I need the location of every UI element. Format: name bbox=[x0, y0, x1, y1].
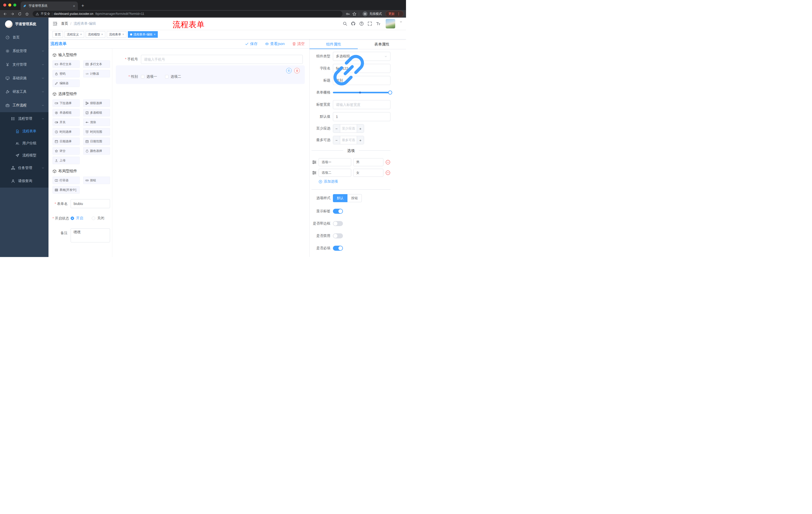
tag-process-form-edit[interactable]: 流程表单-编辑 × bbox=[128, 31, 158, 38]
canvas-field-gender-selected[interactable]: 性别 选项一 选项二 bbox=[116, 65, 305, 84]
canvas-field-phone[interactable]: 手机号 bbox=[116, 55, 305, 64]
help-icon[interactable] bbox=[359, 21, 364, 26]
required-switch[interactable] bbox=[333, 246, 343, 251]
palette-item-time-picker[interactable]: 时间选择 bbox=[53, 128, 80, 136]
tab-close-icon[interactable]: × bbox=[72, 4, 76, 8]
show-label-switch[interactable] bbox=[333, 209, 343, 214]
sidebar-item-workflow[interactable]: 工作流程 bbox=[0, 99, 49, 112]
sidebar-item-task-mgmt[interactable]: 任务管理 bbox=[0, 161, 49, 174]
sidebar-item-payment[interactable]: 支付管理 bbox=[0, 58, 49, 72]
palette-item-select[interactable]: 下拉选择 bbox=[53, 99, 80, 107]
decrease-button[interactable]: − bbox=[333, 136, 340, 144]
sidebar-item-user-group[interactable]: 用户分组 bbox=[0, 137, 49, 150]
tag-home[interactable]: 首页 bbox=[53, 31, 63, 38]
label-width-input[interactable] bbox=[333, 100, 390, 109]
palette-item-single-line-text[interactable]: 单行文本 bbox=[53, 60, 80, 68]
palette-item-color-picker[interactable]: 颜色选择 bbox=[83, 147, 110, 155]
sidebar-item-devtools[interactable]: 研发工具 bbox=[0, 85, 49, 99]
palette-item-row-container[interactable]: 行容器 bbox=[53, 177, 80, 184]
sidebar-item-process-mgmt[interactable]: 流程管理 bbox=[0, 112, 49, 125]
palette-item-radio-group[interactable]: 单选框组 bbox=[53, 109, 80, 116]
browser-menu-icon[interactable] bbox=[397, 12, 401, 16]
hamburger-icon[interactable] bbox=[53, 21, 58, 26]
form-remark-textarea[interactable]: 嘿嘿 bbox=[70, 228, 110, 242]
option-2-label-input[interactable] bbox=[319, 169, 351, 177]
user-avatar[interactable] bbox=[386, 19, 395, 28]
sidebar-item-system[interactable]: 系统管理 bbox=[0, 44, 49, 58]
view-json-button[interactable]: 查看json bbox=[265, 42, 285, 46]
clear-button[interactable]: 清空 bbox=[292, 42, 305, 46]
slider-handle[interactable] bbox=[388, 90, 392, 94]
breadcrumb-home[interactable]: 首页 bbox=[61, 21, 68, 26]
slider-track[interactable] bbox=[333, 92, 390, 93]
increase-button[interactable]: + bbox=[357, 136, 364, 144]
palette-item-cascader[interactable]: 级联选择 bbox=[83, 99, 110, 107]
status-off-radio[interactable]: 关闭 bbox=[92, 216, 104, 220]
remove-option-icon[interactable] bbox=[385, 160, 390, 165]
remove-option-icon[interactable] bbox=[385, 170, 390, 175]
palette-item-editor[interactable]: 编辑器 bbox=[53, 79, 80, 87]
status-on-radio[interactable]: 开启 bbox=[70, 216, 83, 220]
app-logo[interactable]: 芋道管理系统 bbox=[0, 18, 49, 31]
avatar-caret-icon[interactable] bbox=[400, 20, 403, 23]
new-tab-button[interactable]: + bbox=[81, 3, 84, 8]
palette-item-table[interactable]: 表格[开发中] bbox=[53, 186, 80, 194]
option-1-value-input[interactable] bbox=[353, 158, 383, 166]
reload-button[interactable] bbox=[17, 11, 22, 16]
palette-item-date-picker[interactable]: 日期选择 bbox=[53, 138, 80, 145]
style-button-button[interactable]: 按钮 bbox=[347, 194, 362, 202]
palette-item-slider[interactable]: 滑块 bbox=[83, 118, 110, 126]
font-size-icon[interactable] bbox=[376, 21, 380, 26]
default-value-input[interactable] bbox=[333, 112, 390, 121]
palette-item-upload[interactable]: 上传 bbox=[53, 157, 80, 164]
tag-process-model[interactable]: 流程模型 × bbox=[86, 31, 105, 38]
palette-item-switch[interactable]: 开关 bbox=[53, 118, 80, 126]
browser-update-button[interactable]: 更新 bbox=[385, 11, 404, 17]
sidebar-item-process-model[interactable]: 流程模型 bbox=[0, 150, 49, 161]
tab-component-props[interactable]: 组件属性 bbox=[310, 39, 358, 49]
home-button[interactable] bbox=[24, 11, 29, 16]
drag-handle-icon[interactable] bbox=[312, 170, 317, 175]
link-icon[interactable] bbox=[311, 51, 316, 56]
tag-process-definition[interactable]: 流程定义 × bbox=[64, 31, 84, 38]
palette-item-multi-line-text[interactable]: 多行文本 bbox=[83, 60, 110, 68]
github-icon[interactable] bbox=[351, 21, 355, 26]
bookmark-star-icon[interactable] bbox=[352, 12, 356, 16]
gender-option-2-checkbox[interactable]: 选项二 bbox=[165, 75, 181, 79]
sidebar-item-leave-query[interactable]: 请假查询 bbox=[0, 174, 49, 188]
palette-item-counter[interactable]: 计数器 bbox=[83, 70, 110, 77]
form-name-input[interactable] bbox=[70, 199, 110, 208]
palette-item-rate[interactable]: 评分 bbox=[53, 147, 80, 155]
fullscreen-icon[interactable] bbox=[368, 21, 372, 26]
forward-button[interactable] bbox=[10, 11, 15, 16]
palette-item-time-range[interactable]: 时间范围 bbox=[83, 128, 110, 136]
palette-item-password[interactable]: 密码 bbox=[53, 70, 80, 77]
sidebar-item-infrastructure[interactable]: 基础设施 bbox=[0, 72, 49, 85]
address-bar[interactable]: 不安全 dashboard.yudao.iocoder.cn/bpm/manag… bbox=[33, 11, 343, 17]
copy-component-button[interactable] bbox=[286, 68, 292, 74]
option-2-value-input[interactable] bbox=[353, 169, 383, 177]
min-select-value[interactable]: 至少应选 bbox=[340, 125, 357, 133]
palette-item-button[interactable]: 按钮 bbox=[83, 177, 110, 184]
tag-close-icon[interactable]: × bbox=[101, 33, 103, 36]
decrease-button[interactable]: − bbox=[333, 125, 340, 133]
delete-component-button[interactable] bbox=[294, 68, 300, 74]
save-button[interactable]: 保存 bbox=[245, 42, 258, 46]
tag-close-icon[interactable]: × bbox=[154, 33, 155, 36]
tag-close-icon[interactable]: × bbox=[80, 33, 82, 36]
gender-option-1-checkbox[interactable]: 选项一 bbox=[141, 75, 157, 79]
close-window-button[interactable] bbox=[3, 3, 6, 6]
palette-item-checkbox-group[interactable]: 多选框组 bbox=[83, 109, 110, 116]
search-icon[interactable] bbox=[343, 21, 347, 26]
style-default-button[interactable]: 默认 bbox=[333, 194, 347, 202]
tag-process-form[interactable]: 流程表单 × bbox=[107, 31, 126, 38]
disabled-switch[interactable] bbox=[333, 233, 343, 238]
tab-form-props[interactable]: 表单属性 bbox=[358, 39, 406, 49]
sidebar-item-home[interactable]: 首页 bbox=[0, 31, 49, 44]
back-button[interactable] bbox=[2, 11, 7, 16]
tag-close-icon[interactable]: × bbox=[122, 33, 124, 36]
add-option-button[interactable]: 添加选项 bbox=[319, 179, 390, 184]
minimize-window-button[interactable] bbox=[8, 3, 11, 6]
phone-input[interactable] bbox=[141, 55, 303, 64]
drag-handle-icon[interactable] bbox=[312, 160, 317, 164]
